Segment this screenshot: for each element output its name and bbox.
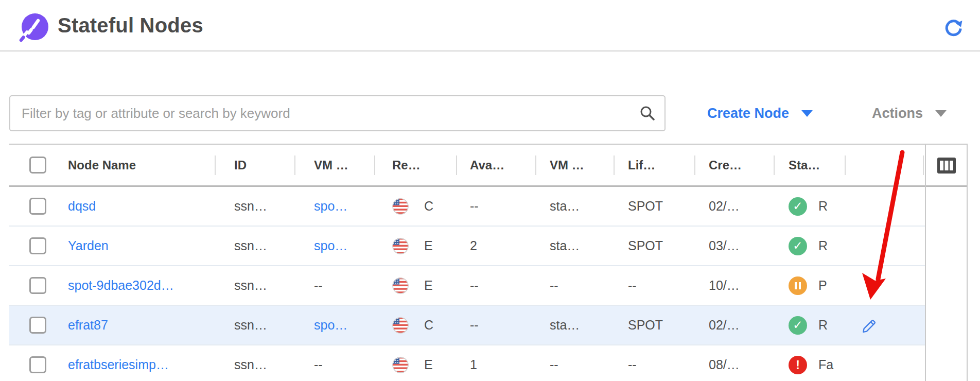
lifecycle-value: SPOT — [628, 199, 663, 214]
row-checkbox[interactable] — [29, 277, 46, 294]
status-icon — [789, 237, 807, 255]
table-row[interactable]: efratbseriesimp… ssn… -- E 1 -- -- 08/… … — [9, 345, 925, 381]
created-value: 08/… — [709, 357, 740, 372]
table-row[interactable]: dqsd ssn… spo… C -- sta… SPOT 02/… R — [9, 187, 925, 227]
filter-input[interactable] — [9, 95, 666, 131]
us-flag-icon — [392, 278, 409, 294]
row-checkbox[interactable] — [29, 356, 46, 373]
table-border — [925, 145, 926, 381]
column-header-id[interactable]: ID — [215, 145, 294, 185]
vm-size-value: sta… — [550, 238, 580, 253]
table-row[interactable]: efrat87 ssn… spo… C -- sta… SPOT 02/… R — [9, 306, 925, 345]
column-header-lifecycle[interactable]: Lif… — [614, 145, 694, 185]
availability-zone-value: 2 — [470, 238, 477, 253]
column-divider — [694, 155, 695, 175]
vm-name-link[interactable]: spo… — [314, 199, 347, 214]
status-label: R — [818, 238, 828, 253]
node-id: ssn… — [234, 318, 267, 333]
column-divider — [294, 155, 295, 175]
column-divider — [374, 155, 375, 175]
node-name-link[interactable]: dqsd — [68, 199, 96, 214]
column-divider — [535, 155, 536, 175]
search-icon[interactable] — [639, 105, 656, 122]
column-header-status[interactable]: Sta… — [774, 145, 845, 185]
column-divider — [774, 155, 775, 175]
pencil-icon — [861, 318, 877, 333]
status-label: R — [818, 318, 828, 333]
vm-name-link[interactable]: spo… — [314, 318, 347, 333]
column-divider — [614, 155, 615, 175]
column-header-vm-size[interactable]: VM … — [535, 145, 614, 185]
node-id: ssn… — [234, 199, 267, 214]
created-value: 02/… — [709, 318, 740, 333]
table-row[interactable]: spot-9dbae302d… ssn… -- E -- -- -- 10/… … — [9, 266, 925, 306]
page-title: Stateful Nodes — [58, 0, 203, 50]
status-icon — [789, 316, 807, 335]
lifecycle-value: -- — [628, 357, 637, 372]
actions-button[interactable]: Actions — [872, 95, 947, 131]
us-flag-icon — [392, 357, 409, 373]
status-icon — [789, 197, 807, 216]
row-checkbox[interactable] — [29, 317, 46, 334]
spot-logo-icon — [18, 11, 50, 44]
table-row[interactable]: Yarden ssn… spo… E 2 sta… SPOT 03/… R — [9, 227, 925, 266]
status-icon — [789, 276, 807, 295]
actions-label: Actions — [872, 106, 923, 122]
node-name-link[interactable]: efratbseriesimp… — [68, 357, 169, 372]
node-name-link[interactable]: spot-9dbae302d… — [68, 278, 174, 293]
column-divider — [215, 155, 216, 175]
column-header-vm-name[interactable]: VM … — [294, 145, 374, 185]
column-settings-button[interactable] — [937, 158, 956, 174]
node-id: ssn… — [234, 357, 267, 372]
table-header-row: Node Name ID VM … Re… Ava… VM … Lif… Cre… — [9, 145, 968, 187]
row-checkbox[interactable] — [29, 198, 46, 215]
status-label: R — [818, 199, 828, 214]
created-value: 10/… — [709, 278, 740, 293]
chevron-down-icon — [935, 110, 947, 117]
edit-node-button[interactable] — [861, 318, 877, 333]
app-header: Stateful Nodes — [0, 0, 980, 51]
select-all-checkbox[interactable] — [29, 157, 46, 174]
node-id: ssn… — [234, 238, 267, 253]
lifecycle-value: SPOT — [628, 238, 663, 253]
node-id: ssn… — [234, 278, 267, 293]
column-header-availability-zone[interactable]: Ava… — [456, 145, 535, 185]
refresh-icon — [943, 18, 964, 39]
column-divider — [845, 155, 846, 175]
column-divider — [456, 155, 457, 175]
refresh-button[interactable] — [943, 18, 964, 39]
column-divider — [923, 155, 924, 175]
vm-size-value: -- — [550, 278, 558, 293]
vm-name-value: -- — [314, 278, 323, 293]
region-value: E — [424, 238, 433, 253]
node-name-link[interactable]: efrat87 — [68, 318, 108, 333]
column-header-created[interactable]: Cre… — [694, 145, 774, 185]
region-value: C — [424, 318, 433, 333]
row-checkbox[interactable] — [29, 237, 46, 254]
column-header-region[interactable]: Re… — [374, 145, 456, 185]
lifecycle-value: -- — [628, 278, 637, 293]
columns-icon — [937, 158, 956, 174]
region-value: E — [424, 278, 433, 293]
stateful-nodes-table: Node Name ID VM … Re… Ava… VM … Lif… Cre… — [9, 144, 968, 381]
create-node-button[interactable]: Create Node — [707, 95, 813, 131]
vm-name-link[interactable]: spo… — [314, 238, 347, 253]
lifecycle-value: SPOT — [628, 318, 663, 333]
availability-zone-value: -- — [470, 278, 479, 293]
status-label: Fa — [818, 357, 833, 372]
us-flag-icon — [392, 198, 409, 215]
created-value: 02/… — [709, 199, 740, 214]
vm-size-value: sta… — [550, 318, 580, 333]
vm-name-value: -- — [314, 357, 323, 372]
region-value: C — [424, 199, 433, 214]
vm-size-value: sta… — [550, 199, 580, 214]
vm-size-value: -- — [550, 357, 558, 372]
column-header-node-name[interactable]: Node Name — [57, 145, 215, 185]
status-label: P — [818, 278, 827, 293]
chevron-down-icon — [801, 110, 813, 117]
availability-zone-value: 1 — [470, 357, 477, 372]
us-flag-icon — [392, 317, 409, 334]
node-name-link[interactable]: Yarden — [68, 238, 109, 253]
availability-zone-value: -- — [470, 318, 479, 333]
status-icon — [789, 356, 807, 374]
